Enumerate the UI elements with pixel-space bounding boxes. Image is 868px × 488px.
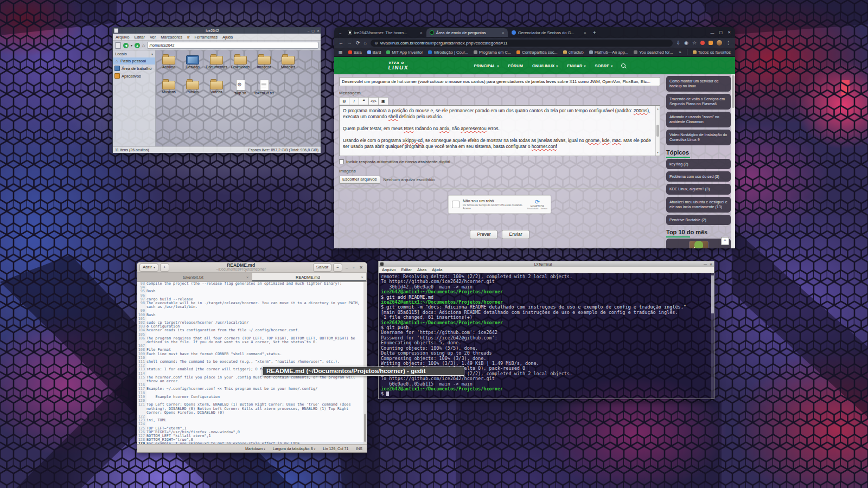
editor-scrollbar[interactable] — [363, 282, 367, 444]
new-tab-icon[interactable] — [115, 42, 121, 49]
document-tab[interactable]: README.md× — [252, 273, 367, 281]
tab-width-selector[interactable]: Largura da tabulação: 8▾ — [273, 447, 315, 451]
site-logo[interactable]: viva o LINUX — [388, 61, 410, 70]
reader-icon[interactable]: ◉ — [684, 39, 688, 47]
file-item[interactable]: Músicas — [157, 78, 181, 102]
bookmark-star-icon[interactable]: ☆ — [692, 39, 697, 47]
preview-button[interactable]: Prever — [470, 230, 497, 239]
nav-item-fórum[interactable]: FÓRUM — [508, 63, 523, 68]
extension-icon[interactable] — [700, 41, 705, 45]
topic-link[interactable]: Pendrive Bootable (2) — [666, 215, 731, 225]
menu-item-marcadores[interactable]: Marcadores — [161, 35, 182, 40]
open-button[interactable]: Abrir ▾ — [139, 264, 158, 272]
bookmark-item[interactable]: Sala — [348, 50, 362, 55]
sidebar-item-apps[interactable]: Aplicativos — [113, 72, 155, 80]
file-item[interactable]: Público — [181, 78, 205, 102]
menu-item-ajuda[interactable]: Ajuda — [432, 267, 442, 272]
file-manager-titlebar[interactable]: ice2642 – ▢ ✕ — [113, 28, 321, 34]
gedit-headerbar[interactable]: Abrir ▾ + README.md ~/Documentos/Projeto… — [137, 262, 367, 273]
profile-avatar[interactable] — [717, 40, 722, 46]
file-item[interactable]: tokenGit.txt — [252, 78, 276, 102]
forward-icon[interactable]: → — [347, 39, 352, 47]
back-icon[interactable]: ← — [339, 39, 343, 47]
maximize-icon[interactable]: ▢ — [311, 28, 315, 34]
back-history-caret-icon[interactable]: ▾ — [131, 43, 132, 47]
file-manager-view[interactable]: ArduinoDesktopDocumentosDownloadsImagens… — [156, 50, 321, 146]
menu-item-arquivo[interactable]: Arquivo — [116, 35, 129, 40]
file-item[interactable]: Modelos — [276, 53, 300, 78]
menu-hamburger-icon[interactable]: ≡ — [333, 264, 342, 272]
message-textarea[interactable]: O programa monitora a posição do mouse e… — [339, 105, 660, 156]
scrollbar-thumb[interactable] — [364, 414, 366, 442]
nav-item-gnu/linux[interactable]: GNU/LINUX▾ — [532, 63, 558, 68]
close-icon[interactable]: ✕ — [359, 265, 363, 270]
browser-tab[interactable]: Área de envio de perguntas× — [426, 28, 508, 37]
all-bookmarks-folder[interactable]: Todos os favoritos — [693, 50, 731, 55]
scrollbar-thumb[interactable] — [732, 75, 735, 108]
bookmarks-overflow-icon[interactable]: » — [679, 50, 681, 55]
bookmark-item[interactable]: Bard — [367, 50, 381, 55]
sidebar-article-link[interactable]: Ativando e usando "zoom" no ambiente Cin… — [666, 112, 731, 127]
menu-kebab-icon[interactable]: ⋮ — [726, 39, 731, 47]
topic-link[interactable]: Problema com uso do sed (3) — [666, 171, 731, 182]
translate-icon[interactable]: ⇩ — [676, 39, 681, 47]
menu-item-arquivo[interactable]: Arquivo — [382, 267, 395, 272]
sidebar-item-home[interactable]: Pasta pessoal — [113, 57, 155, 65]
minimize-icon[interactable]: — — [704, 262, 707, 266]
file-item[interactable]: Vídeos — [205, 78, 228, 102]
up-icon[interactable]: ▲ — [135, 43, 140, 48]
close-icon[interactable]: ✕ — [727, 30, 731, 35]
recaptcha-privacy-terms[interactable]: Privacidade - Termos — [527, 208, 548, 210]
menu-item-ver[interactable]: Ver — [150, 35, 156, 40]
document-tab[interactable]: tokenGit.txt× — [137, 273, 252, 281]
bold-icon[interactable]: B — [339, 97, 349, 105]
bookmark-item[interactable]: Contrapartida soc... — [516, 50, 557, 55]
code-icon[interactable]: </> — [368, 97, 379, 105]
file-item[interactable]: Documentos — [205, 53, 228, 78]
sidebar-article-link[interactable]: Vídeo Nostálgico de Instalação do Conect… — [666, 130, 731, 145]
bookmark-item[interactable]: MIT App Inventor — [386, 50, 423, 55]
auto-reply-option[interactable]: Incluir resposta automática de nossa ass… — [339, 159, 660, 164]
scrollbar-thumb[interactable] — [656, 125, 659, 137]
page-scrollbar[interactable] — [731, 74, 735, 248]
site-info-icon[interactable]: ⊜ — [374, 41, 378, 46]
tab-close-icon[interactable]: × — [502, 30, 505, 35]
topic-link[interactable]: KDE Linux, alguém? (3) — [666, 184, 731, 194]
choose-files-button[interactable]: Escolher arquivos — [339, 176, 380, 184]
terminal-titlebar[interactable]: LXTerminal — ✕ — [379, 261, 714, 267]
editor-area[interactable]: 93Compile the project (the --release fla… — [137, 282, 367, 444]
nav-item-enviar[interactable]: ENVIAR▾ — [567, 63, 585, 68]
textarea-scrollbar[interactable]: ▲ ▼ — [655, 106, 660, 156]
scroll-down-icon[interactable]: ▼ — [657, 150, 659, 156]
scrollbar-thumb[interactable] — [711, 275, 714, 313]
path-input[interactable]: /home/ice2642 — [147, 42, 318, 49]
recaptcha-widget[interactable]: Não sou um robô Os Termos de Serviço do … — [448, 195, 551, 214]
browser-tab[interactable]: Gerenciador de Senhas do G...× — [508, 28, 590, 37]
extension-icon[interactable] — [709, 41, 713, 45]
new-document-button[interactable]: + — [160, 264, 169, 272]
tab-search-icon[interactable]: ⌄ — [339, 30, 342, 35]
tab-close-icon[interactable]: × — [584, 30, 586, 35]
topic-link[interactable]: Atualizei meu ubuntu e desliguei e ele n… — [666, 197, 731, 213]
apps-grid-icon[interactable]: ▦ — [339, 50, 343, 55]
browser-tab[interactable]: ice2642/hcorner: The hcorn...× — [344, 28, 426, 37]
minimize-icon[interactable]: – — [346, 265, 348, 270]
question-title-input[interactable]: Desenvolvi um programa de hot corner (vo… — [339, 77, 660, 86]
menu-item-editar[interactable]: Editar — [401, 267, 412, 272]
menu-item-editar[interactable]: Editar — [134, 35, 145, 40]
sidebar-article-link[interactable]: Trazendo de volta o Serviços em Segundo … — [666, 94, 731, 110]
home-icon[interactable]: ⌂ — [142, 43, 145, 48]
italic-icon[interactable]: I — [349, 97, 359, 105]
sidebar-item-desk[interactable]: Área de trabalho — [113, 65, 155, 72]
nav-item-sobre[interactable]: SOBRE▾ — [595, 63, 613, 68]
file-item[interactable]: Desktop — [181, 53, 205, 78]
maximize-icon[interactable]: ▢ — [719, 30, 723, 35]
minimize-icon[interactable]: – — [308, 28, 309, 34]
topic-link[interactable]: key flag (2) — [666, 159, 731, 169]
bookmark-item[interactable]: You searched for... — [634, 50, 673, 55]
close-icon[interactable]: ✕ — [317, 28, 320, 34]
reload-icon[interactable]: ⟳ — [356, 39, 360, 47]
terminal-scrollbar[interactable] — [711, 273, 714, 399]
media-icon[interactable]: ▣ — [378, 97, 388, 105]
back-icon[interactable]: ◀ — [123, 43, 129, 48]
